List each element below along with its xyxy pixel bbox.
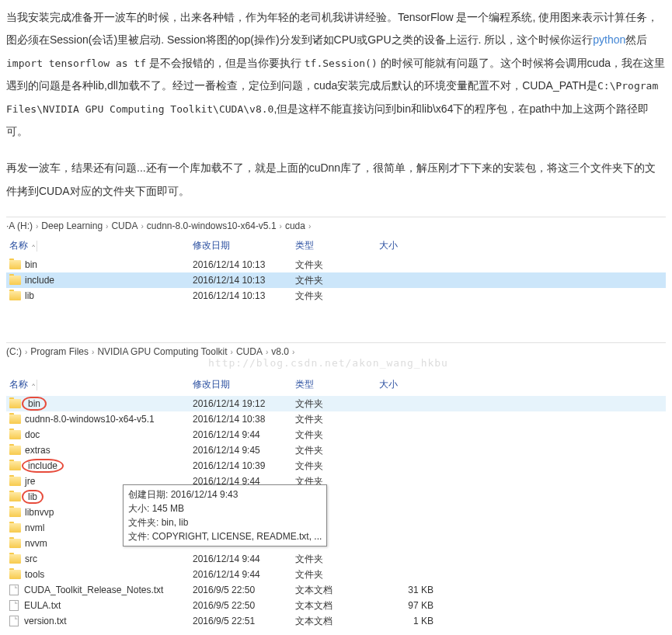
file-name: extras — [25, 445, 50, 456]
file-name: cudnn-8.0-windows10-x64-v5.1 — [25, 414, 155, 425]
file-name: bin — [22, 397, 47, 411]
file-name: tools — [25, 569, 44, 580]
chevron-right-icon: › — [231, 348, 233, 356]
folder-icon — [9, 399, 21, 408]
folder-icon — [9, 570, 21, 579]
table-row[interactable]: libnvvp — [6, 505, 666, 520]
folder-icon — [9, 539, 21, 548]
paragraph-2: 再发一波车，结果还有问题...还有一个库加载不了，就是上面的cuDnn库了，很简… — [6, 157, 666, 203]
file-name: include — [25, 275, 54, 286]
table-row[interactable]: include2016/12/14 10:39文件夹 — [6, 458, 666, 474]
col-date[interactable]: 修改日期 — [193, 239, 295, 252]
file-name: CUDA_Toolkit_Release_Notes.txt — [24, 585, 163, 595]
table-row[interactable]: cudnn-8.0-windows10-x64-v5.12016/12/14 1… — [6, 411, 666, 427]
file-name: src — [25, 553, 37, 564]
file-icon — [9, 616, 19, 626]
col-name[interactable]: 名称 ^ — [6, 239, 193, 252]
table-row[interactable]: nvml — [6, 520, 666, 536]
col-date[interactable]: 修改日期 — [193, 378, 295, 391]
table-row[interactable]: jre2016/12/14 9:44文件夹 — [6, 474, 666, 489]
file-name: EULA.txt — [24, 600, 61, 611]
table-row[interactable]: extras2016/12/14 9:45文件夹 — [6, 442, 666, 458]
file-name: lib — [22, 490, 44, 504]
file-name: doc — [25, 429, 40, 440]
breadcrumb-1[interactable]: ·A (H:) › Deep Learning › CUDA › cudnn-8… — [6, 217, 666, 234]
col-size[interactable]: 大小 — [379, 378, 433, 391]
paragraph-1: 当我安装完成准备开一波车的时候，出来各种错，作为年轻的老司机我讲讲经验。Tens… — [6, 6, 666, 143]
table-row[interactable]: lib2016/12/14 10:13文件夹 — [6, 288, 666, 304]
file-name: nvvm — [25, 538, 47, 549]
folder-icon — [9, 492, 21, 501]
folder-icon — [9, 523, 21, 533]
column-headers-2: 名称 ^ 修改日期 类型 大小 — [6, 373, 666, 396]
folder-icon — [9, 276, 21, 285]
folder-icon — [9, 461, 21, 470]
file-name: lib — [25, 290, 34, 301]
folder-icon — [9, 430, 21, 439]
chevron-right-icon: › — [25, 348, 27, 356]
folder-tooltip: 创建日期: 2016/12/14 9:43大小: 145 MB文件夹: bin,… — [123, 484, 327, 547]
sort-icon: ^ — [32, 382, 35, 389]
file-name: libnvvp — [25, 507, 54, 518]
col-type[interactable]: 类型 — [295, 239, 379, 252]
table-row[interactable]: EULA.txt2016/9/5 22:50文本文档97 KB — [6, 598, 666, 613]
table-row[interactable]: doc2016/12/14 9:44文件夹 — [6, 427, 666, 442]
table-row[interactable]: bin2016/12/14 19:12文件夹 — [6, 396, 666, 411]
folder-icon — [9, 291, 21, 300]
chevron-right-icon: › — [308, 222, 311, 231]
file-name: jre — [25, 476, 35, 487]
chevron-right-icon: › — [280, 222, 282, 231]
file-name: include — [22, 459, 64, 473]
folder-icon — [9, 415, 21, 424]
col-type[interactable]: 类型 — [295, 378, 379, 391]
file-name: version.txt — [24, 616, 67, 626]
table-row[interactable]: tools2016/12/14 9:44文件夹 — [6, 567, 666, 582]
chevron-right-icon: › — [292, 348, 294, 356]
chevron-right-icon: › — [266, 348, 268, 356]
table-row[interactable]: include2016/12/14 10:13文件夹 — [6, 272, 666, 288]
watermark: http://blog.csdn.net/akon_wang_hkbu — [208, 357, 666, 369]
chevron-right-icon: › — [106, 222, 108, 231]
table-row[interactable]: lib创建日期: 2016/12/14 9:43大小: 145 MB文件夹: b… — [6, 489, 666, 505]
file-name: bin — [25, 259, 37, 270]
folder-icon — [9, 260, 21, 269]
column-headers-1: 名称 ^ 修改日期 类型 大小 — [6, 234, 666, 257]
file-explorer-1: ·A (H:) › Deep Learning › CUDA › cudnn-8… — [6, 217, 666, 304]
table-row[interactable]: bin2016/12/14 10:13文件夹 — [6, 257, 666, 272]
file-explorer-2: (C:) › Program Files › NVIDIA GPU Comput… — [6, 342, 666, 629]
file-icon — [9, 600, 19, 611]
chevron-right-icon: › — [92, 348, 94, 356]
table-row[interactable]: version.txt2016/9/5 22:51文本文档1 KB — [6, 613, 666, 629]
file-name: nvml — [25, 522, 44, 533]
folder-icon — [9, 446, 21, 455]
sort-icon: ^ — [32, 243, 35, 250]
col-size[interactable]: 大小 — [379, 239, 433, 252]
col-name[interactable]: 名称 ^ — [6, 378, 193, 391]
table-row[interactable]: src2016/12/14 9:44文件夹 — [6, 551, 666, 567]
folder-icon — [9, 508, 21, 517]
chevron-right-icon: › — [36, 222, 38, 231]
table-row[interactable]: nvvm — [6, 536, 666, 551]
table-row[interactable]: CUDA_Toolkit_Release_Notes.txt2016/9/5 2… — [6, 582, 666, 598]
folder-icon — [9, 477, 21, 486]
folder-icon — [9, 554, 21, 564]
file-icon — [9, 585, 19, 595]
chevron-right-icon: › — [141, 222, 143, 231]
